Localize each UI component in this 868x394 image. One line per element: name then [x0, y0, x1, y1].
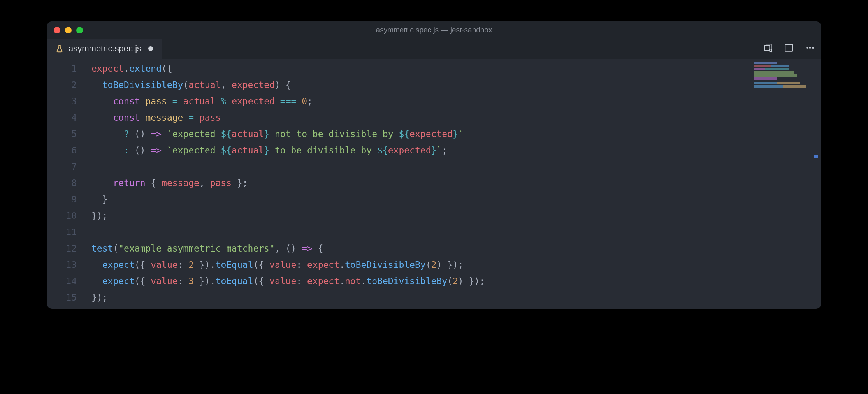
tab-active[interactable]: asymmetric.spec.js — [47, 39, 162, 59]
token — [140, 113, 146, 123]
token: toEqual — [216, 260, 253, 270]
token: message — [146, 113, 183, 123]
token — [91, 260, 102, 270]
minimap[interactable] — [754, 62, 812, 89]
token: : — [178, 260, 189, 270]
overview-ruler[interactable] — [814, 59, 818, 309]
token: } — [91, 194, 108, 204]
code-line[interactable]: }); — [91, 208, 821, 224]
token — [91, 145, 124, 155]
line-number: 13 — [47, 257, 77, 273]
token — [91, 178, 113, 188]
token — [162, 145, 167, 155]
token: return — [113, 178, 145, 188]
token: pass — [146, 96, 167, 106]
split-editor-icon[interactable] — [784, 43, 794, 55]
line-number: 7 — [47, 158, 77, 175]
token: pass — [210, 178, 232, 188]
token — [91, 113, 113, 123]
token — [91, 129, 124, 139]
code-line[interactable]: ? () => `expected ${actual} not to be di… — [91, 126, 821, 142]
window-title: asymmetric.spec.js — jest-sandbox — [376, 26, 492, 34]
line-number: 4 — [47, 109, 77, 126]
token: extend — [129, 63, 162, 74]
token: expect — [91, 63, 124, 74]
code-line[interactable]: } — [91, 191, 821, 208]
token: to be divisible by — [269, 145, 377, 155]
more-actions-icon[interactable] — [805, 43, 815, 55]
token: () — [129, 129, 151, 139]
token: ) { — [275, 80, 291, 90]
token: expect — [307, 276, 339, 286]
code-line[interactable]: : () => `expected ${actual} to be divisi… — [91, 142, 821, 158]
token: ({ — [135, 260, 151, 270]
minimize-icon[interactable] — [65, 27, 72, 33]
token: : — [296, 260, 307, 270]
token: : — [178, 276, 189, 286]
beaker-icon — [55, 44, 64, 53]
token: ({ — [253, 260, 269, 270]
token: test — [91, 243, 113, 253]
token: . — [361, 276, 366, 286]
token: }). — [194, 276, 215, 286]
token: ( — [447, 276, 453, 286]
token — [226, 96, 232, 106]
token: ? — [124, 129, 129, 139]
code-line[interactable]: }); — [91, 289, 821, 306]
line-number: 6 — [47, 142, 77, 158]
editor-actions — [763, 39, 815, 59]
line-number: 14 — [47, 273, 77, 289]
token: 3 — [188, 276, 194, 286]
code-content[interactable]: expect.extend({ toBeDivisibleBy(actual, … — [91, 59, 821, 306]
token: expected — [232, 80, 275, 90]
code-line[interactable]: expect.extend({ — [91, 60, 821, 77]
token: ( — [426, 260, 431, 270]
token: actual — [232, 129, 264, 139]
code-line[interactable]: const pass = actual % expected === 0; — [91, 93, 821, 109]
code-line[interactable]: expect({ value: 2 }).toEqual({ value: ex… — [91, 257, 821, 273]
token: actual — [188, 80, 221, 90]
token: ({ — [162, 63, 172, 74]
code-line[interactable]: test("example asymmetric matchers", () =… — [91, 240, 821, 257]
token: === — [280, 96, 297, 106]
token: } — [431, 145, 436, 155]
traffic-lights — [47, 27, 83, 33]
token: `expected — [167, 129, 221, 139]
code-line[interactable]: return { message, pass }; — [91, 175, 821, 191]
dirty-indicator-icon[interactable] — [148, 46, 153, 51]
code-line[interactable] — [91, 158, 821, 175]
token: ${ — [221, 145, 232, 155]
line-number: 10 — [47, 208, 77, 224]
close-icon[interactable] — [54, 27, 60, 33]
tab-filename: asymmetric.spec.js — [69, 44, 141, 54]
zoom-icon[interactable] — [76, 27, 83, 33]
code-line[interactable]: toBeDivisibleBy(actual, expected) { — [91, 77, 821, 93]
token: actual — [232, 145, 264, 155]
token: } — [264, 129, 269, 139]
token: ` — [436, 145, 442, 155]
token: . — [124, 63, 129, 74]
open-changes-icon[interactable] — [763, 43, 773, 55]
code-line[interactable]: expect({ value: 3 }).toEqual({ value: ex… — [91, 273, 821, 289]
token: 0 — [302, 96, 307, 106]
token — [216, 96, 221, 106]
code-line[interactable]: const message = pass — [91, 109, 821, 126]
overview-mark — [814, 155, 818, 158]
svg-point-4 — [806, 47, 808, 49]
titlebar[interactable]: asymmetric.spec.js — jest-sandbox — [47, 21, 821, 39]
token: "example asymmetric matchers" — [118, 243, 275, 253]
line-number: 3 — [47, 93, 77, 109]
token: : — [296, 276, 307, 286]
line-number-gutter: 123456789101112131415 — [47, 59, 91, 306]
token: actual — [183, 96, 215, 106]
token: }); — [91, 292, 108, 303]
token: => — [151, 129, 162, 139]
token — [167, 96, 172, 106]
token — [194, 113, 199, 123]
token: `expected — [167, 145, 221, 155]
token: ${ — [377, 145, 388, 155]
token: value — [151, 260, 177, 270]
token — [183, 113, 188, 123]
token: : — [124, 145, 129, 155]
code-line[interactable] — [91, 224, 821, 240]
